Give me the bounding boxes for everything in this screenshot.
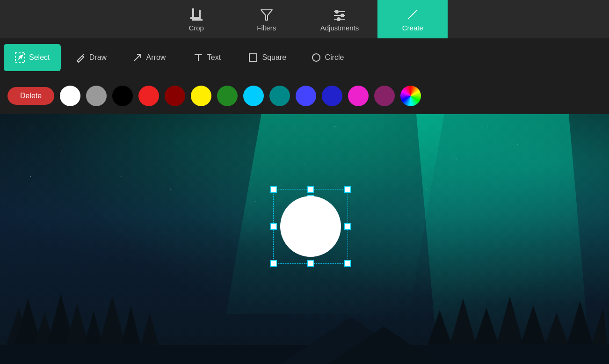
svg-marker-4 [261,10,272,20]
canvas-area[interactable] [0,114,609,364]
top-toolbar: Crop Filters Adjustments Create [0,0,609,38]
tree-silhouettes [0,270,609,364]
color-cyan[interactable] [243,86,264,106]
color-rainbow[interactable] [400,86,421,106]
svg-line-13 [408,18,409,19]
color-magenta[interactable] [348,86,369,106]
color-gray[interactable] [86,86,107,106]
create-tool-button[interactable]: Create [377,0,448,38]
square-tool-button[interactable]: Square [237,44,297,71]
handle-middle-left[interactable] [270,223,277,230]
color-purple[interactable] [374,86,395,106]
color-black[interactable] [112,86,133,106]
handle-bottom-middle[interactable] [307,260,314,267]
color-darkblue[interactable] [322,86,342,106]
handle-bottom-right[interactable] [344,260,351,267]
color-yellow[interactable] [191,86,211,106]
svg-point-6 [335,10,338,13]
svg-rect-19 [249,54,257,61]
draw-tool-button[interactable]: Draw [63,44,119,71]
svg-point-10 [337,18,340,21]
color-red[interactable] [138,86,159,106]
crop-label: Crop [188,24,204,32]
handle-bottom-left[interactable] [270,260,277,267]
circle-label: Circle [325,53,344,62]
create-label: Create [402,24,423,32]
select-label: Select [29,53,50,62]
arrow-label: Arrow [146,53,166,62]
svg-point-8 [341,14,344,17]
color-white[interactable] [60,86,80,106]
svg-point-20 [312,54,320,61]
color-blue[interactable] [296,86,316,106]
handle-middle-right[interactable] [344,223,351,230]
svg-line-16 [134,54,141,61]
select-tool-button[interactable]: Select [4,44,61,71]
adjustments-tool-button[interactable]: Adjustments [302,0,378,38]
svg-line-11 [409,12,415,18]
delete-button[interactable]: Delete [7,87,54,105]
circle-tool-button[interactable]: Circle [299,44,355,71]
text-tool-button[interactable]: Text [179,44,235,71]
svg-line-12 [415,10,417,12]
handle-top-left[interactable] [270,186,277,193]
arrow-tool-button[interactable]: Arrow [121,44,177,71]
draw-label: Draw [89,53,107,62]
text-label: Text [207,53,221,62]
circle-shape[interactable] [280,196,341,257]
handle-top-right[interactable] [344,186,351,193]
tool-row: Select Draw Arrow Text Square Circle [0,38,609,77]
color-darkred[interactable] [165,86,185,106]
svg-line-15 [82,54,84,56]
adjustments-label: Adjustments [320,24,359,32]
filters-tool-button[interactable]: Filters [232,0,302,38]
square-label: Square [262,53,286,62]
filters-label: Filters [257,24,276,32]
svg-rect-3 [193,19,202,20]
handle-top-middle[interactable] [307,186,314,193]
color-teal[interactable] [269,86,290,106]
crop-tool-button[interactable]: Crop [161,0,232,38]
color-green[interactable] [217,86,238,106]
color-row: Delete [0,77,609,114]
